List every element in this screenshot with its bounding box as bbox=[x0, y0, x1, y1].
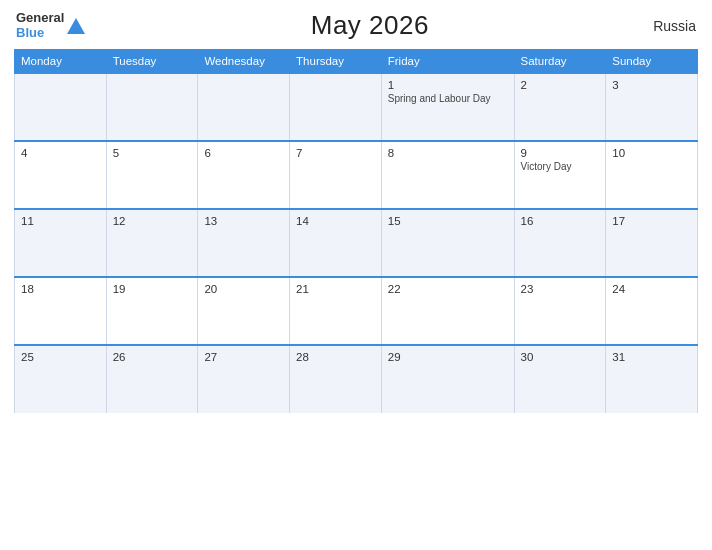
day-number: 28 bbox=[296, 351, 375, 363]
calendar-cell: 26 bbox=[106, 345, 198, 413]
calendar-cell: 7 bbox=[290, 141, 382, 209]
day-number: 3 bbox=[612, 79, 691, 91]
weekday-header-tuesday: Tuesday bbox=[106, 50, 198, 74]
day-number: 19 bbox=[113, 283, 192, 295]
calendar-cell: 4 bbox=[15, 141, 107, 209]
day-number: 14 bbox=[296, 215, 375, 227]
calendar-week-row: 11121314151617 bbox=[15, 209, 698, 277]
day-number: 27 bbox=[204, 351, 283, 363]
day-number: 24 bbox=[612, 283, 691, 295]
day-number: 10 bbox=[612, 147, 691, 159]
calendar-cell: 9Victory Day bbox=[514, 141, 606, 209]
calendar-cell bbox=[290, 73, 382, 141]
calendar-cell: 30 bbox=[514, 345, 606, 413]
day-number: 11 bbox=[21, 215, 100, 227]
day-number: 31 bbox=[612, 351, 691, 363]
calendar-cell: 22 bbox=[381, 277, 514, 345]
calendar-week-row: 456789Victory Day10 bbox=[15, 141, 698, 209]
calendar-cell: 29 bbox=[381, 345, 514, 413]
holiday-label: Victory Day bbox=[521, 161, 600, 173]
calendar-cell: 3 bbox=[606, 73, 698, 141]
calendar-cell: 16 bbox=[514, 209, 606, 277]
calendar-table: MondayTuesdayWednesdayThursdayFridaySatu… bbox=[14, 49, 698, 413]
country-label: Russia bbox=[653, 18, 696, 34]
weekday-header-row: MondayTuesdayWednesdayThursdayFridaySatu… bbox=[15, 50, 698, 74]
calendar-cell bbox=[15, 73, 107, 141]
calendar-cell: 1Spring and Labour Day bbox=[381, 73, 514, 141]
calendar-cell: 12 bbox=[106, 209, 198, 277]
day-number: 8 bbox=[388, 147, 508, 159]
calendar-cell: 18 bbox=[15, 277, 107, 345]
day-number: 16 bbox=[521, 215, 600, 227]
day-number: 15 bbox=[388, 215, 508, 227]
calendar-cell: 23 bbox=[514, 277, 606, 345]
calendar-cell: 28 bbox=[290, 345, 382, 413]
day-number: 23 bbox=[521, 283, 600, 295]
weekday-header-sunday: Sunday bbox=[606, 50, 698, 74]
day-number: 21 bbox=[296, 283, 375, 295]
header: General Blue May 2026 Russia bbox=[14, 10, 698, 41]
day-number: 29 bbox=[388, 351, 508, 363]
weekday-header-monday: Monday bbox=[15, 50, 107, 74]
day-number: 30 bbox=[521, 351, 600, 363]
svg-marker-0 bbox=[67, 18, 85, 34]
calendar-cell: 21 bbox=[290, 277, 382, 345]
calendar-cell bbox=[198, 73, 290, 141]
calendar-cell: 2 bbox=[514, 73, 606, 141]
logo-triangle-icon bbox=[66, 16, 86, 36]
day-number: 2 bbox=[521, 79, 600, 91]
logo: General Blue bbox=[16, 11, 86, 41]
calendar-week-row: 18192021222324 bbox=[15, 277, 698, 345]
calendar-page: General Blue May 2026 Russia MondayTuesd… bbox=[0, 0, 712, 550]
day-number: 1 bbox=[388, 79, 508, 91]
calendar-cell: 17 bbox=[606, 209, 698, 277]
day-number: 22 bbox=[388, 283, 508, 295]
calendar-cell: 5 bbox=[106, 141, 198, 209]
day-number: 13 bbox=[204, 215, 283, 227]
weekday-header-friday: Friday bbox=[381, 50, 514, 74]
calendar-cell: 11 bbox=[15, 209, 107, 277]
calendar-cell: 25 bbox=[15, 345, 107, 413]
calendar-cell: 19 bbox=[106, 277, 198, 345]
calendar-cell bbox=[106, 73, 198, 141]
calendar-cell: 24 bbox=[606, 277, 698, 345]
day-number: 18 bbox=[21, 283, 100, 295]
calendar-title: May 2026 bbox=[311, 10, 429, 41]
day-number: 17 bbox=[612, 215, 691, 227]
day-number: 7 bbox=[296, 147, 375, 159]
day-number: 12 bbox=[113, 215, 192, 227]
day-number: 20 bbox=[204, 283, 283, 295]
calendar-cell: 10 bbox=[606, 141, 698, 209]
day-number: 6 bbox=[204, 147, 283, 159]
calendar-cell: 27 bbox=[198, 345, 290, 413]
calendar-cell: 13 bbox=[198, 209, 290, 277]
calendar-week-row: 25262728293031 bbox=[15, 345, 698, 413]
day-number: 26 bbox=[113, 351, 192, 363]
calendar-cell: 20 bbox=[198, 277, 290, 345]
day-number: 25 bbox=[21, 351, 100, 363]
calendar-cell: 8 bbox=[381, 141, 514, 209]
day-number: 5 bbox=[113, 147, 192, 159]
weekday-header-thursday: Thursday bbox=[290, 50, 382, 74]
calendar-cell: 31 bbox=[606, 345, 698, 413]
calendar-week-row: 1Spring and Labour Day23 bbox=[15, 73, 698, 141]
day-number: 4 bbox=[21, 147, 100, 159]
day-number: 9 bbox=[521, 147, 600, 159]
logo-general: General bbox=[16, 11, 64, 26]
weekday-header-saturday: Saturday bbox=[514, 50, 606, 74]
holiday-label: Spring and Labour Day bbox=[388, 93, 508, 105]
calendar-cell: 14 bbox=[290, 209, 382, 277]
calendar-cell: 15 bbox=[381, 209, 514, 277]
weekday-header-wednesday: Wednesday bbox=[198, 50, 290, 74]
calendar-cell: 6 bbox=[198, 141, 290, 209]
logo-blue: Blue bbox=[16, 26, 44, 41]
